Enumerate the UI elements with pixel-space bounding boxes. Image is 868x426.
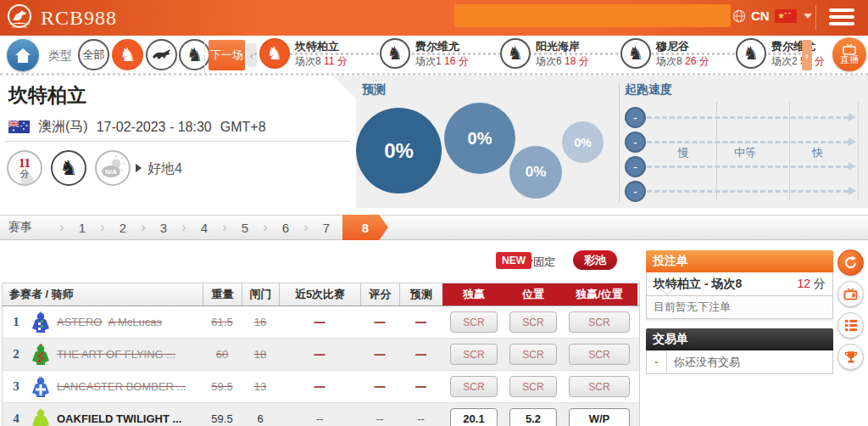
speed-slider-handle[interactable]: -	[625, 181, 646, 202]
speed-slider-handle[interactable]: -	[625, 132, 646, 153]
next-race-button[interactable]: 下一场	[209, 40, 245, 70]
speed-slider-track	[647, 190, 849, 193]
divider	[5, 141, 349, 142]
place-odds-button[interactable]: 5.2	[509, 408, 557, 426]
table-row: 4 OAKFIELD TWILIGHT ... 59.5 6 -- -- -- …	[3, 403, 639, 426]
greyhound-icon	[152, 48, 172, 62]
horse-icon: ♞	[120, 46, 136, 64]
minutes-to-start-badge: 11 分	[7, 150, 42, 186]
runner-number: 1	[8, 315, 25, 329]
runner-number: 4	[8, 412, 25, 426]
filter-greyhound-button[interactable]	[146, 39, 177, 70]
home-icon	[14, 48, 31, 64]
divider	[619, 83, 620, 202]
carousel-next-button[interactable]: ›	[802, 40, 812, 70]
home-button[interactable]	[7, 39, 39, 71]
win-place-odds-button: SCR	[569, 311, 630, 333]
prediction-bubble-1: 0%	[356, 108, 442, 193]
speed-gridline	[858, 102, 859, 200]
race-list-button[interactable]	[837, 312, 864, 339]
arrow-right-icon	[136, 164, 142, 172]
tab-race-3[interactable]: 3	[149, 221, 178, 235]
horse-icon: ♞	[380, 38, 410, 69]
table-row: 1 ASTERO A McLucas 61.5 16 — — — SCR SCR…	[3, 306, 639, 339]
place-odds-button: SCR	[509, 311, 557, 333]
runner-name: ASTERO	[57, 316, 102, 328]
win-place-odds-button: SCR	[569, 344, 630, 365]
tab-race-6[interactable]: 6	[271, 221, 300, 235]
table-header-row: 参赛者 / 骑师 重量 闸门 近5次比赛 评分 预测 独赢 位置 独赢/位置	[3, 283, 639, 306]
win-place-odds-button: SCR	[569, 376, 630, 397]
horse-logo-icon	[5, 3, 34, 32]
horse-icon: ♞	[500, 38, 531, 69]
country-label: 澳洲(马)	[38, 118, 88, 136]
tab-race-5[interactable]: 5	[231, 221, 259, 235]
pool-odds-button[interactable]: 彩池	[573, 250, 617, 270]
horse-icon: ♞	[620, 38, 651, 69]
bet-slip-empty-message: 目前暂无下注单	[646, 296, 833, 319]
race-meta: 澳洲(马) 17-02-2023 - 18:30 GMT+8	[8, 118, 266, 136]
harness-horse-icon: ♞	[186, 46, 203, 64]
speed-slider-handle[interactable]: -	[625, 156, 646, 177]
speed-label-fast: 快	[812, 145, 823, 160]
bet-slip-race-row: 坎特柏立 - 场次8 12 分	[646, 272, 833, 296]
race-number-tabs: 赛事 › 1 › 2 › 3 › 4 › 5 › 6 › 7 8	[0, 215, 868, 240]
carousel-race-canterbury[interactable]: ♞ 坎特柏立 场次8 11 分	[259, 38, 376, 69]
tab-race-4[interactable]: 4	[190, 221, 219, 235]
carousel-prev-button[interactable]: ‹	[247, 43, 257, 67]
carousel-race-fairview1[interactable]: ♞ 费尔维尤 场次1 16 分	[380, 38, 497, 69]
svg-text:N/A: N/A	[105, 168, 117, 176]
list-icon	[844, 319, 858, 332]
language-selector[interactable]: CN ★ ★ ★	[732, 8, 812, 23]
page: RCB988 CN ★ ★ ★ 类型 全部 ♞	[0, 0, 868, 426]
fixed-odds-label[interactable]: 固定	[533, 255, 555, 270]
race-datetime: 17-02-2023 - 18:30	[97, 120, 212, 135]
speed-label-medium: 中等	[734, 145, 756, 160]
tab-race-7[interactable]: 7	[312, 221, 341, 235]
language-code: CN	[751, 8, 770, 23]
transactions-header: 交易单	[646, 328, 833, 350]
brand-name: RCB988	[41, 7, 117, 30]
transactions-empty-message: 你还没有交易	[667, 355, 740, 370]
chevron-down-icon	[804, 14, 812, 19]
type-label: 类型	[48, 48, 72, 64]
tab-race-2[interactable]: 2	[108, 221, 137, 235]
jockey-name: A McLucas	[108, 316, 162, 328]
runner-name: LANCASTER BOMBER ...	[57, 380, 186, 393]
filter-horse-racing-button[interactable]: ♞	[112, 39, 143, 70]
filter-harness-button[interactable]: ♞	[179, 39, 210, 70]
jockey-silk-icon	[31, 376, 51, 398]
runner-number: 2	[8, 347, 25, 362]
nav-divider	[204, 37, 205, 73]
brand-logo[interactable]: RCB988	[5, 3, 117, 32]
tabs-section-label: 赛事	[0, 220, 56, 235]
speed-slider-handle[interactable]: -	[625, 107, 646, 128]
bet-slip-minutes: 12	[798, 277, 811, 290]
carousel-race-sunshine-coast[interactable]: ♞ 阳光海岸 场次6 18 分	[500, 38, 617, 69]
tab-race-1[interactable]: 1	[68, 221, 97, 235]
live-video-button[interactable]	[837, 281, 864, 307]
live-stream-button[interactable]: 直播	[832, 37, 866, 71]
bet-slip-panel: 投注单 坎特柏立 - 场次8 12 分 目前暂无下注单 交易单 - 你还没有交易	[646, 250, 833, 374]
results-trophy-button[interactable]	[837, 344, 864, 370]
topbar-divider	[815, 5, 816, 31]
tab-race-8-active[interactable]: 8	[342, 215, 388, 240]
refresh-icon	[843, 255, 858, 270]
race-type-horse-badge: ♞	[51, 150, 86, 186]
track-going-label: 好地4	[147, 160, 182, 178]
win-odds-button[interactable]: 20.1	[450, 408, 498, 426]
menu-button[interactable]	[829, 8, 854, 27]
refresh-button[interactable]	[837, 249, 864, 276]
filter-all-button[interactable]: 全部	[78, 39, 109, 70]
runner-name: OAKFIELD TWILIGHT ...	[57, 412, 181, 425]
carousel-race-moonee-valley[interactable]: ♞ 穆尼谷 场次8 26 分	[620, 38, 737, 69]
win-odds-button: SCR	[450, 376, 498, 397]
trophy-icon	[844, 350, 858, 364]
australia-flag-icon	[8, 121, 30, 133]
win-place-odds-button[interactable]: W/P	[569, 408, 630, 426]
jockey-silk-icon	[31, 311, 51, 334]
prediction-bubble-4: 0%	[562, 121, 604, 163]
runner-number: 3	[8, 379, 25, 394]
start-speed-title: 起跑速度	[625, 82, 672, 98]
search-input[interactable]	[454, 4, 731, 27]
